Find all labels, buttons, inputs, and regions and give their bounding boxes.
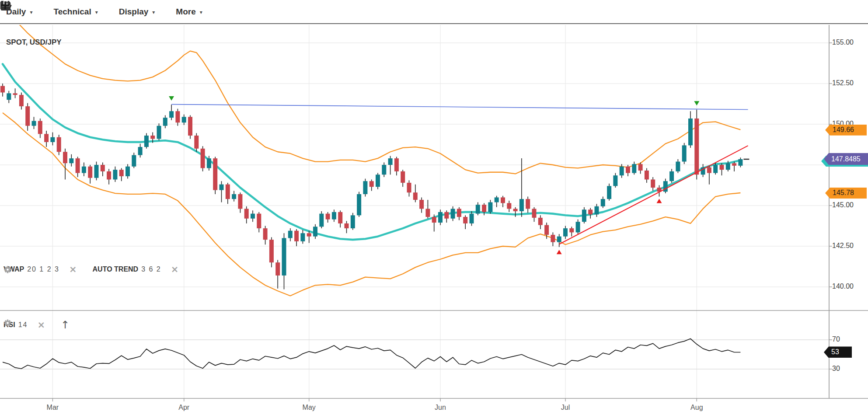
gear-glyph: [3, 265, 12, 274]
menu-label: Display: [119, 7, 149, 17]
trading-chart-app: Daily▾Technical▾Display▾More▾: [0, 0, 868, 415]
plus-glyph: [0, 0, 10, 10]
time-axis-label: Jun: [435, 404, 446, 412]
vwap-remove-icon[interactable]: ×: [69, 265, 77, 273]
rsi-legend-params: 14: [18, 321, 28, 329]
upper-band-badge: 149.66: [825, 125, 867, 136]
chevron-down-icon: ▾: [95, 8, 98, 15]
menu-more[interactable]: More▾: [176, 7, 202, 17]
gear-glyph: [3, 319, 12, 327]
price-axis-label: 142.50: [832, 242, 854, 250]
price-axis-label: 152.50: [832, 79, 854, 87]
rsi-expand-arrow-icon[interactable]: ↑: [61, 319, 70, 331]
price-axis-label: 145.00: [832, 201, 854, 209]
time-axis-label: Jul: [561, 404, 570, 412]
rsi-axis-label: 70: [832, 335, 840, 343]
time-axis-label: Mar: [47, 404, 59, 412]
time-axis-label: May: [303, 404, 316, 412]
autotrend-legend-params: 3 6 2: [141, 265, 161, 273]
rsi-axis-label: 30: [832, 365, 840, 373]
toolbar: Daily▾Technical▾Display▾More▾: [0, 0, 868, 24]
rsi-legend: RSI 14 × ↑: [3, 319, 70, 331]
menu-label: Technical: [53, 7, 91, 17]
menu-technical[interactable]: Technical▾: [53, 7, 98, 17]
chevron-down-icon: ▾: [152, 8, 155, 15]
lower-band-badge: 145.78: [825, 188, 867, 199]
price-axis-label: 140.00: [832, 282, 854, 290]
last-price-badge: 147.8485: [824, 153, 868, 165]
chart-canvas[interactable]: [0, 25, 868, 415]
time-axis-label: Apr: [178, 404, 189, 412]
toolbar-menus: Daily▾Technical▾Display▾More▾: [0, 7, 217, 17]
time-axis-label: Aug: [690, 404, 703, 412]
chart-area: SPOT, USD/JPY VWAP 20 1 2 3 × AUTO TREND…: [0, 25, 868, 415]
autotrend-remove-icon[interactable]: ×: [171, 265, 179, 273]
symbol-label: SPOT, USD/JPY: [6, 38, 62, 47]
rsi-remove-icon[interactable]: ×: [37, 321, 45, 329]
menu-label: More: [176, 7, 195, 17]
menu-display[interactable]: Display▾: [119, 7, 155, 17]
chevron-down-icon: ▾: [200, 8, 202, 15]
vwap-legend-params: 20 1 2 3: [27, 265, 59, 273]
main-indicator-legend: VWAP 20 1 2 3 × AUTO TREND 3 6 2 ×: [3, 265, 183, 273]
autotrend-legend-title: AUTO TREND: [93, 265, 139, 273]
price-axis-label: 155.00: [832, 38, 854, 46]
rsi-value-badge: 53: [824, 346, 852, 358]
chevron-down-icon: ▾: [30, 8, 32, 15]
